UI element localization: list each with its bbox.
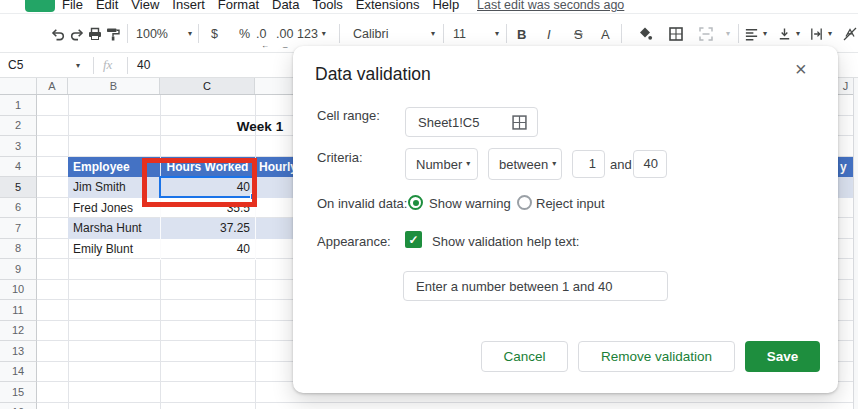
show-warning-radio[interactable] (408, 195, 423, 210)
row-header-11[interactable]: 11 (0, 300, 37, 321)
decrease-decimal-button[interactable]: .0 (256, 27, 266, 41)
formula-bar-divider (93, 57, 94, 74)
bold-button[interactable]: B (517, 26, 526, 41)
column-header-a[interactable]: A (37, 78, 68, 94)
print-icon[interactable] (87, 26, 103, 42)
text-color-button[interactable]: A (601, 26, 610, 41)
cancel-button[interactable]: Cancel (481, 341, 568, 372)
menu-edit[interactable]: Edit (96, 0, 118, 12)
row-header-13[interactable]: 13 (0, 341, 37, 362)
close-icon[interactable]: × (795, 58, 807, 81)
caret-icon: ▾ (763, 30, 767, 38)
undo-icon[interactable] (50, 26, 66, 42)
row-header-1[interactable]: 1 (0, 95, 37, 116)
row-header-9[interactable]: 9 (0, 259, 37, 280)
caret-icon: ▾ (495, 30, 499, 38)
row-header-16[interactable]: 16 (0, 403, 37, 409)
help-text-input[interactable]: Enter a number between 1 and 40 (403, 271, 668, 301)
employee-cell[interactable]: Marsha Hunt (73, 218, 142, 239)
italic-button[interactable]: I (547, 26, 551, 41)
show-help-text-checkbox[interactable]: ✓ (405, 231, 422, 248)
menu-insert[interactable]: Insert (172, 0, 205, 12)
row-header-4[interactable]: 4 (0, 157, 37, 178)
data-validation-dialog: Data validation × Cell range: Sheet1!C5 … (293, 46, 838, 393)
sheets-logo-icon[interactable] (25, 0, 55, 12)
employee-cell[interactable]: Jim Smith (73, 177, 126, 198)
criteria-label: Criteria: (317, 150, 363, 165)
hours-cell[interactable]: 37.25 (160, 218, 250, 239)
remove-validation-button[interactable]: Remove validation (578, 341, 735, 372)
criteria-min-input[interactable]: 1 (572, 150, 605, 178)
name-box-caret-icon[interactable]: ▾ (76, 61, 80, 70)
employee-cell[interactable]: Fred Jones (73, 198, 133, 219)
cell-range-input[interactable]: Sheet1!C5 (405, 107, 538, 137)
menu-file[interactable]: File (62, 0, 83, 12)
criteria-max-input[interactable]: 40 (633, 150, 667, 178)
criteria-type-select[interactable]: Number▾ (405, 148, 478, 180)
format-currency-button[interactable]: $ (211, 27, 218, 41)
menu-help[interactable]: Help (432, 0, 459, 12)
save-button[interactable]: Save (745, 341, 820, 372)
paint-format-icon[interactable] (105, 26, 121, 42)
borders-icon[interactable] (668, 26, 684, 42)
menu-extensions[interactable]: Extensions (356, 0, 420, 12)
redo-icon[interactable] (69, 26, 85, 42)
row-header-7[interactable]: 7 (0, 218, 37, 239)
row-header-2[interactable]: 2 (0, 116, 37, 137)
cell-range-label: Cell range: (317, 108, 380, 123)
row-header-3[interactable]: 3 (0, 136, 37, 157)
far-banded-cell (838, 177, 853, 198)
formula-bar-divider (127, 57, 128, 74)
select-data-range-icon[interactable] (512, 115, 527, 133)
row-header-5[interactable]: 5 (0, 177, 37, 198)
row-header-15[interactable]: 15 (0, 382, 37, 403)
horizontal-align-icon[interactable]: ▾ (744, 26, 767, 41)
strikethrough-button[interactable]: S (574, 26, 583, 41)
row-header-12[interactable]: 12 (0, 321, 37, 342)
menu-data[interactable]: Data (272, 0, 299, 12)
menu-items: FileEditViewInsertFormatDataToolsExtensi… (62, 0, 459, 12)
format-percent-button[interactable]: % (239, 27, 250, 41)
annotation-highlight-box (142, 158, 257, 207)
reject-input-radio[interactable] (517, 195, 532, 210)
more-formats-button[interactable]: 123▾ (297, 27, 326, 41)
caret-icon: ▾ (796, 30, 800, 38)
column-header-far[interactable]: J (838, 78, 853, 94)
menu-view[interactable]: View (131, 0, 159, 12)
toolbar-divider (621, 24, 622, 43)
formula-input[interactable]: 40 (137, 58, 150, 72)
criteria-operator-select[interactable]: between▾ (488, 148, 562, 180)
caret-icon: ▾ (322, 30, 326, 38)
row-header-14[interactable]: 14 (0, 362, 37, 383)
last-edit-link[interactable]: Last edit was seconds ago (477, 0, 624, 12)
name-box[interactable]: C5 (8, 58, 23, 72)
text-rotation-icon[interactable] (842, 26, 858, 42)
vertical-align-icon[interactable]: ▾ (777, 26, 800, 41)
caret-icon: ▾ (431, 30, 435, 38)
show-help-text-label[interactable]: Show validation help text: (432, 234, 579, 249)
column-header-c[interactable]: C (160, 78, 255, 94)
merge-caret-icon[interactable]: ▾ (726, 30, 730, 38)
font-size-select[interactable]: 11▾ (453, 27, 499, 41)
increase-decimal-arrow-icon: _ (283, 39, 287, 48)
row-header-10[interactable]: 10 (0, 280, 37, 301)
column-header-b[interactable]: B (68, 78, 160, 94)
merge-cells-icon[interactable] (698, 26, 714, 42)
select-all-corner[interactable] (0, 78, 37, 94)
reject-input-label[interactable]: Reject input (536, 196, 605, 211)
vertical-scrollbar[interactable] (853, 78, 858, 409)
text-wrap-icon[interactable]: ▾ (809, 26, 832, 41)
employee-cell[interactable]: Emily Blunt (73, 239, 133, 260)
menu-format[interactable]: Format (218, 0, 259, 12)
row-header-8[interactable]: 8 (0, 239, 37, 260)
show-warning-label[interactable]: Show warning (429, 196, 511, 211)
toolbar-divider (506, 24, 507, 43)
font-select[interactable]: Calibri▾ (353, 27, 435, 41)
fill-color-icon[interactable] (637, 26, 653, 42)
sheets-app: FileEditViewInsertFormatDataToolsExtensi… (0, 0, 858, 409)
hours-cell[interactable]: 40 (160, 239, 250, 260)
zoom-select[interactable]: 100%▾ (136, 27, 192, 41)
row-header-6[interactable]: 6 (0, 198, 37, 219)
menu-tools[interactable]: Tools (312, 0, 342, 12)
and-label: and (610, 157, 632, 172)
